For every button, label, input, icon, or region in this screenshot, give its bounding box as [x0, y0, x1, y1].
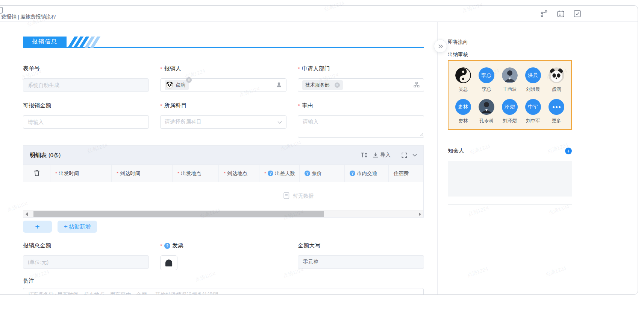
reason-textarea[interactable]: [298, 115, 424, 138]
panda-avatar: [549, 67, 564, 83]
add-row-button[interactable]: +: [23, 221, 52, 233]
initials-avatar: 李总: [479, 67, 494, 83]
initials-avatar: 史林: [455, 99, 471, 115]
column-header[interactable]: *出发地点: [173, 165, 219, 182]
panda-avatar: [166, 81, 173, 89]
person-icon[interactable]: [276, 82, 282, 89]
workflow-icon[interactable]: [539, 9, 549, 18]
required-mark: *: [160, 242, 162, 249]
approver-item: 泽熠 刘泽熠: [498, 99, 521, 124]
calendar-icon[interactable]: [556, 9, 565, 18]
form-no-input: [23, 78, 149, 92]
column-header[interactable]: ?票价: [300, 165, 345, 182]
scroll-left-button[interactable]: [23, 211, 30, 217]
approver-item: 洪晨 刘洪晨: [521, 67, 545, 93]
total-amount-input: [23, 255, 149, 269]
detail-table-title: 明细表: [30, 152, 47, 159]
field-amount-words: 金额大写: [298, 242, 424, 270]
remove-department-icon[interactable]: ×: [335, 82, 340, 88]
section-header: 报销信息: [23, 37, 424, 48]
approver-item: 王西波: [498, 67, 521, 93]
column-header[interactable]: *?出差天数: [259, 165, 300, 182]
invoice-upload-button[interactable]: [160, 255, 177, 270]
field-label: 报销总金额: [23, 242, 149, 250]
collapse-table-chevron-icon[interactable]: [412, 154, 417, 157]
more-icon[interactable]: [549, 99, 564, 115]
todo-check-icon[interactable]: [573, 9, 582, 18]
subject-placeholder: 请选择所属科目: [165, 119, 202, 125]
field-invoice: * ? 发票: [160, 242, 286, 270]
department-tag-label: 技术服务部: [305, 82, 330, 88]
column-header[interactable]: *到达地点: [219, 165, 259, 182]
scroll-right-button[interactable]: [417, 211, 423, 217]
flow-sidebar: 即将流向 出纳审核 吴总 李总 李总: [438, 22, 638, 294]
empty-doc-icon: [283, 192, 290, 200]
header-actions: [539, 9, 582, 18]
detail-table-count: (0条): [48, 152, 61, 159]
field-reason: * 事由: [298, 102, 424, 138]
add-cc-button[interactable]: +: [565, 148, 572, 154]
reimbursable-amount-input[interactable]: [23, 115, 149, 129]
approver-group-highlight: 吴总 李总 李总 王西波 洪晨 刘洪晨: [448, 60, 572, 130]
remove-applicant-icon[interactable]: ×: [186, 77, 192, 83]
field-label: * 事由: [298, 102, 424, 110]
department-tag[interactable]: 技术服务部 ×: [302, 80, 343, 90]
help-icon[interactable]: ?: [164, 243, 170, 249]
approver-item: 李总 李总: [475, 67, 498, 93]
field-label: * 报销人: [160, 65, 286, 73]
collapse-sidebar-button[interactable]: [434, 40, 447, 53]
column-header[interactable]: ?市内交通: [345, 165, 389, 182]
subject-select[interactable]: 请选择所属科目: [160, 115, 286, 129]
app-panel: 费报销 | 差旅费报销流程: [0, 5, 638, 295]
field-total-amount: 报销总金额: [23, 242, 149, 270]
applicant-tag-label: 点滴: [176, 82, 185, 88]
help-icon[interactable]: ?: [350, 171, 355, 176]
import-button[interactable]: 导入: [373, 152, 391, 158]
approver-item: 史林 史林: [452, 99, 475, 124]
cc-section-header: 知会人 +: [448, 147, 572, 154]
delete-column-header: [23, 165, 50, 182]
column-header[interactable]: 住宿费: [389, 165, 423, 182]
chevron-down-icon: [277, 119, 282, 125]
help-icon[interactable]: ?: [305, 171, 310, 176]
field-label: * 申请人部门: [298, 65, 424, 73]
cc-empty-area: [448, 161, 572, 197]
field-form-no: 表单号: [23, 65, 149, 92]
field-label: 备注: [23, 277, 424, 285]
department-picker[interactable]: 技术服务部 ×: [298, 78, 424, 92]
help-icon[interactable]: ?: [268, 171, 273, 176]
trash-icon[interactable]: [34, 169, 40, 177]
field-applicant: * 报销人 点滴 ×: [160, 65, 286, 92]
banner-stripes-decoration: [71, 37, 99, 47]
paste-add-button[interactable]: + 粘贴新增: [58, 221, 97, 233]
fullscreen-icon[interactable]: [402, 152, 407, 158]
applicant-tag[interactable]: 点滴 ×: [165, 80, 189, 90]
horizontal-scrollbar[interactable]: [23, 210, 423, 217]
toolbar-divider: [396, 152, 396, 158]
invoice-icon: [164, 257, 174, 269]
font-size-icon[interactable]: [360, 152, 367, 158]
column-header[interactable]: *出发时间: [50, 165, 112, 182]
panel-header: 费报销 | 差旅费报销流程: [0, 6, 638, 22]
photo-avatar: [479, 99, 494, 115]
page: 费报销 | 差旅费报销流程: [0, 0, 644, 317]
org-chart-icon[interactable]: [414, 82, 420, 89]
initials-avatar: 泽熠: [502, 99, 518, 115]
field-label: * 所属科目: [160, 102, 286, 110]
remark-textarea[interactable]: [23, 288, 424, 295]
applicant-picker[interactable]: 点滴 ×: [160, 78, 286, 92]
breadcrumb: 费报销 | 差旅费报销流程: [1, 14, 56, 20]
field-reimbursable-amount: 可报销金额: [23, 102, 149, 138]
required-mark: *: [298, 66, 300, 72]
scrollbar-thumb[interactable]: [33, 211, 324, 217]
detail-table-empty-body: 暂无数据: [23, 182, 423, 210]
required-mark: *: [298, 102, 300, 109]
detail-table: 明细表 (0条): [23, 145, 424, 218]
field-department: * 申请人部门 技术服务部 ×: [298, 65, 424, 92]
column-header[interactable]: *到达时间: [112, 165, 173, 182]
approver-item-more[interactable]: 更多: [545, 99, 568, 124]
field-label: 金额大写: [298, 242, 424, 250]
approver-item: 中军 刘中军: [521, 99, 545, 124]
required-mark: *: [160, 66, 162, 72]
field-remark: 备注: [23, 277, 424, 295]
